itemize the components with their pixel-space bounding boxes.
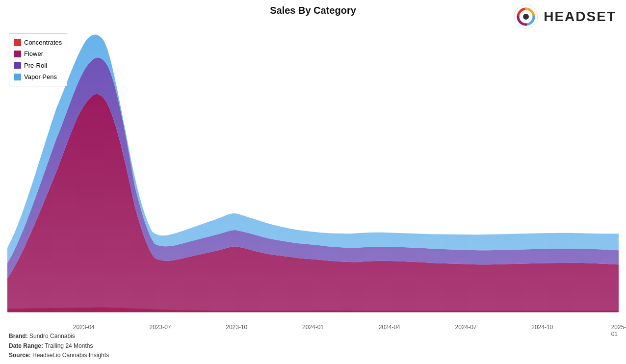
svg-point-1 <box>523 14 529 20</box>
legend-label-concentrates: Concentrates <box>24 37 62 48</box>
footer-source-label: Source: <box>9 352 31 359</box>
legend-label-flower: Flower <box>24 48 43 59</box>
legend-color-flower <box>14 51 21 57</box>
legend-label-preroll: Pre-Roll <box>24 60 47 71</box>
legend-label-vapor-pens: Vapor Pens <box>24 71 57 82</box>
legend-item-preroll: Pre-Roll <box>14 60 62 71</box>
legend-color-preroll <box>14 62 21 69</box>
footer-date-range-value: Trailing 24 Months <box>45 342 93 349</box>
x-label-2024-10: 2024-10 <box>531 324 553 331</box>
legend-item-flower: Flower <box>14 48 62 59</box>
logo-area: HEADSET <box>513 4 616 29</box>
legend-item-vapor-pens: Vapor Pens <box>14 71 62 82</box>
legend-color-vapor-pens <box>14 74 21 80</box>
footer: Brand: Sundro Cannabis Date Range: Trail… <box>9 332 109 360</box>
legend-color-concentrates <box>14 39 21 46</box>
footer-date-range: Date Range: Trailing 24 Months <box>9 341 109 351</box>
x-label-2024-07: 2024-07 <box>455 324 476 331</box>
logo-text: HEADSET <box>544 9 616 25</box>
chart-container: Sales By Category HEADSET Concentrates F… <box>0 0 626 364</box>
x-label-2023-04: 2023-04 <box>73 324 95 331</box>
legend-item-concentrates: Concentrates <box>14 37 62 48</box>
area-chart-svg <box>7 29 619 317</box>
footer-brand-label: Brand: <box>9 333 28 339</box>
x-label-2024-04: 2024-04 <box>379 324 400 331</box>
x-label-2023-07: 2023-07 <box>149 324 171 331</box>
chart-area <box>7 29 619 317</box>
x-label-2025-01: 2025-01 <box>611 324 626 338</box>
footer-source: Source: Headset.io Cannabis Insights <box>9 351 109 360</box>
x-label-2024-01: 2024-01 <box>302 324 324 331</box>
footer-date-range-label: Date Range: <box>9 342 43 349</box>
x-label-2023-10: 2023-10 <box>226 324 247 331</box>
footer-brand-value: Sundro Cannabis <box>29 333 75 339</box>
footer-brand: Brand: Sundro Cannabis <box>9 332 109 341</box>
headset-logo-icon <box>513 4 539 29</box>
footer-source-value: Headset.io Cannabis Insights <box>32 352 109 359</box>
flower-area <box>7 94 619 312</box>
legend: Concentrates Flower Pre-Roll Vapor Pens <box>9 33 67 86</box>
